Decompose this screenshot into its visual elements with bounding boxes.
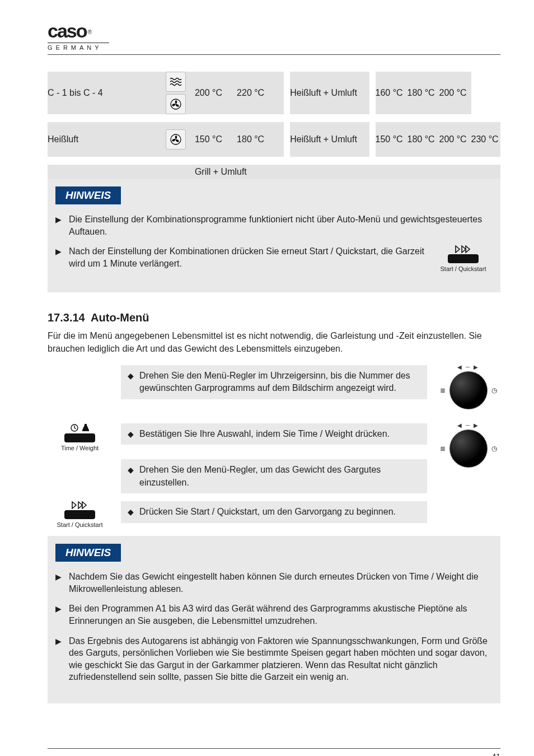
step-text: Drehen Sie den Menü-Regler, um das Gewic… [139, 464, 420, 489]
triangle-bullet-icon: ▶ [55, 637, 63, 646]
temp-cell: 180 °C [407, 72, 439, 118]
mode-row-icons [157, 72, 195, 118]
header-rule [48, 54, 500, 55]
menu-list-icon: ≣ [440, 386, 446, 394]
button-caption: Time / Weight [53, 445, 106, 451]
menu-dial-illustration: ◀ ─ ▶ ≣ ◷ [443, 423, 494, 474]
play-forward-icon [53, 501, 106, 509]
brand-name: caso [48, 20, 87, 41]
button-graphic [64, 510, 95, 519]
step-text: Drehen Sie den Menü-Regler im Uhrzeigers… [139, 370, 420, 395]
temp-cell: 220 °C [237, 72, 284, 118]
step-text: Drücken Sie Start / Quickstart, um den G… [139, 506, 396, 518]
temp-cell: 200 °C [195, 72, 237, 118]
mode-row-label: Heißluft [48, 118, 157, 161]
mode-row-label: C - 1 bis C - 4 [48, 72, 157, 118]
mode-row-icons [157, 118, 195, 161]
brand-divider [48, 43, 109, 43]
triangle-bullet-icon: ▶ [55, 215, 63, 224]
clock-small-icon: ◷ [491, 386, 497, 394]
clock-small-icon: ◷ [491, 445, 497, 452]
notice-text: Das Ergebnis des Autogarens ist abhängig… [69, 635, 493, 683]
temp-cell: 150 °C [195, 118, 237, 161]
step-instruction: ◆ Bestätigen Sie Ihre Auswahl, indem Sie… [121, 423, 427, 445]
play-forward-icon [437, 245, 490, 253]
temp-cell: 160 °C [376, 72, 407, 118]
temp-cell: 230 °C [471, 118, 500, 161]
mode-row-label [48, 161, 157, 179]
brand-subtitle: GERMANY [48, 44, 500, 51]
button-graphic [64, 433, 95, 442]
triangle-bullet-icon: ▶ [55, 604, 63, 613]
clock-weight-icon [53, 423, 106, 432]
mode-temperature-table: C - 1 bis C - 4 200 °C 220 °C Heißluft +… [48, 72, 500, 179]
notice-badge: HINWEIS [55, 544, 121, 562]
diamond-bullet-icon: ◆ [128, 371, 134, 380]
temp-cell: 200 °C [439, 118, 471, 161]
page-number: 41 [48, 752, 500, 756]
button-caption: Start / Quickstart [437, 265, 490, 272]
temp-cell: 180 °C [407, 118, 439, 161]
notice-text: Bei den Programmen A1 bis A3 wird das Ge… [69, 603, 493, 627]
menu-dial-illustration: ◀ ─ ▶ ≣ ◷ [443, 365, 494, 416]
start-quickstart-illustration: Start / Quickstart [437, 245, 493, 272]
button-caption: Start / Quickstart [53, 521, 106, 528]
page-footer: 41 [48, 748, 500, 756]
mode-desc: Heißluft + Umluft [290, 72, 369, 118]
fan-icon [166, 129, 186, 150]
temp-cell: 150 °C [376, 118, 407, 161]
step-instruction: ◆ Drehen Sie den Menü-Regler, um das Gew… [121, 459, 427, 493]
time-weight-illustration: Time / Weight [53, 423, 106, 451]
temp-cell: 180 °C [237, 118, 284, 161]
dial-arrows-icon: ◀ ─ ▶ [457, 422, 479, 428]
notice-text: Nach der Einstellung der Kombinationen d… [69, 245, 431, 269]
section-intro: Für die im Menü angegebenen Lebensmittel… [48, 330, 500, 355]
step-instruction: ◆ Drehen Sie den Menü-Regler im Uhrzeige… [121, 365, 427, 399]
menu-list-icon: ≣ [440, 445, 446, 452]
notice-badge: HINWEIS [55, 186, 121, 204]
step-text: Bestätigen Sie Ihre Auswahl, indem Sie T… [139, 428, 390, 440]
diamond-bullet-icon: ◆ [128, 465, 134, 474]
button-graphic [448, 254, 479, 263]
diamond-bullet-icon: ◆ [128, 507, 134, 516]
fan-icon [166, 94, 186, 114]
mode-desc: Heißluft + Umluft [290, 118, 369, 161]
triangle-bullet-icon: ▶ [55, 247, 63, 256]
temp-cell: 200 °C [439, 72, 471, 118]
start-quickstart-illustration: Start / Quickstart [53, 501, 106, 528]
diamond-bullet-icon: ◆ [128, 430, 134, 438]
notice-text: Nachdem Sie das Gewicht eingestellt habe… [69, 571, 493, 595]
brand-logo: caso® GERMANY [48, 21, 500, 51]
notice-panel: HINWEIS ▶ Nachdem Sie das Gewicht einges… [48, 536, 500, 703]
convection-icon [166, 72, 186, 92]
footer-rule [48, 748, 500, 749]
brand-trademark: ® [88, 29, 92, 35]
dial-arrows-icon: ◀ ─ ▶ [457, 364, 479, 370]
notice-text: Die Einstellung der Kombinationsprogramm… [69, 213, 493, 237]
triangle-bullet-icon: ▶ [55, 572, 63, 581]
step-instruction: ◆ Drücken Sie Start / Quickstart, um den… [121, 501, 427, 522]
notice-panel: HINWEIS ▶ Die Einstellung der Kombinatio… [48, 179, 500, 292]
section-heading: 17.3.14 Auto-Menü [48, 311, 500, 324]
mode-desc: Grill + Umluft [195, 161, 500, 179]
